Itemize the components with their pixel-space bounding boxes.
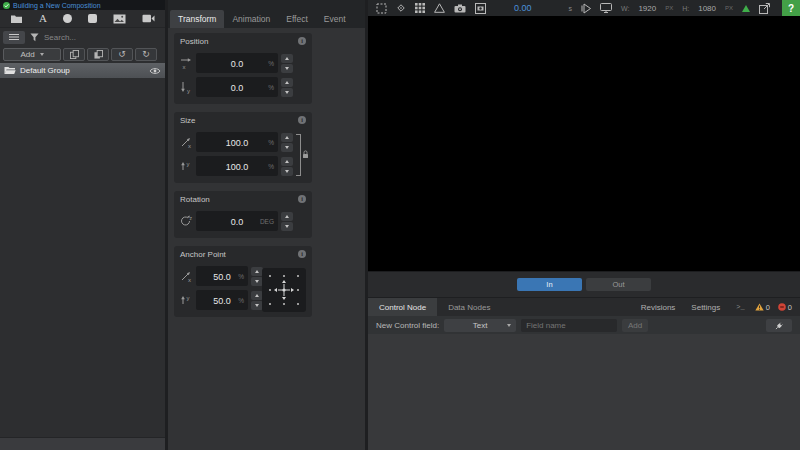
new-control-field-row: New Control field: Text Add xyxy=(368,316,800,334)
tab-animation[interactable]: Animation xyxy=(224,10,278,28)
rotation-z-field: DEG xyxy=(196,211,278,231)
triangle-icon[interactable] xyxy=(434,3,445,13)
diamond-icon[interactable] xyxy=(396,3,406,13)
image-tool-icon[interactable] xyxy=(113,14,126,24)
step-down-button[interactable] xyxy=(281,64,293,73)
field-name-input[interactable] xyxy=(521,319,617,332)
step-up-button[interactable] xyxy=(281,157,293,166)
anchor-x-unit: % xyxy=(238,273,244,280)
height-label: H: xyxy=(682,5,689,12)
step-up-button[interactable] xyxy=(281,78,293,87)
width-unit: PX xyxy=(665,5,673,11)
external-link-icon[interactable] xyxy=(759,3,770,14)
height-unit: PX xyxy=(725,5,733,11)
warning-icon xyxy=(755,303,764,311)
folder-icon[interactable] xyxy=(10,14,23,24)
x-axis-icon: x xyxy=(179,56,193,70)
size-x-input[interactable] xyxy=(196,133,278,153)
size-y-input[interactable] xyxy=(196,157,278,177)
preview-canvas[interactable] xyxy=(368,16,800,271)
position-x-field: % xyxy=(196,53,278,73)
composition-title[interactable]: Building a New Composition xyxy=(13,2,101,9)
field-type-dropdown[interactable]: Text xyxy=(444,319,516,332)
folder-open-icon xyxy=(4,66,16,75)
svg-text:x: x xyxy=(188,277,191,283)
in-button[interactable]: In xyxy=(517,278,582,291)
settings-link[interactable]: Settings xyxy=(691,298,720,316)
anchor-x-icon: x xyxy=(179,269,193,283)
rectangle-tool-icon[interactable] xyxy=(88,14,97,23)
info-icon[interactable]: i xyxy=(298,116,306,124)
camera-icon[interactable] xyxy=(454,4,466,13)
eye-icon[interactable] xyxy=(149,67,161,75)
anchor-x-field: % xyxy=(196,266,248,286)
redo-button[interactable]: ↻ xyxy=(135,48,157,61)
rotation-section: Rotation i z DEG xyxy=(174,191,312,238)
ellipse-tool-icon[interactable] xyxy=(63,14,72,23)
grid-icon[interactable] xyxy=(415,3,425,13)
step-down-button[interactable] xyxy=(281,143,293,152)
error-counter[interactable]: 0 xyxy=(778,298,792,316)
anchor-point-section: Anchor Point i x % xyxy=(174,246,312,317)
layer-search-row xyxy=(0,28,165,46)
out-button[interactable]: Out xyxy=(586,278,651,291)
video-tool-icon[interactable] xyxy=(142,14,155,23)
info-icon[interactable]: i xyxy=(298,195,306,203)
search-input[interactable] xyxy=(44,33,162,42)
revisions-link[interactable]: Revisions xyxy=(641,298,676,316)
step-down-button[interactable] xyxy=(281,88,293,97)
anchor-point-title: Anchor Point xyxy=(180,250,226,259)
warning-counter[interactable]: 0 xyxy=(755,298,770,316)
text-tool-icon[interactable]: A xyxy=(39,13,47,24)
tab-data-nodes[interactable]: Data Nodes xyxy=(437,298,501,316)
tab-control-node[interactable]: Control Node xyxy=(368,298,437,316)
composition-title-bar: Building a New Composition xyxy=(0,0,165,10)
position-y-input[interactable] xyxy=(196,78,278,98)
snapshot-icon[interactable] xyxy=(475,3,486,14)
monitor-icon[interactable] xyxy=(600,3,612,13)
node-panel-header: Control Node Data Nodes Revisions Settin… xyxy=(368,297,800,316)
playhead-time[interactable]: 0.00 xyxy=(514,3,532,13)
anchor-point-header: Anchor Point i xyxy=(174,246,312,262)
app-window: Building a New Composition A xyxy=(0,0,800,450)
selection-box-icon[interactable] xyxy=(376,3,387,14)
step-up-button[interactable] xyxy=(281,54,293,63)
svg-text:x: x xyxy=(188,143,191,149)
step-up-button[interactable] xyxy=(281,133,293,142)
filter-funnel-icon[interactable] xyxy=(30,33,39,42)
cursor-icon[interactable] xyxy=(581,3,591,14)
anchor-point-grid[interactable] xyxy=(262,268,306,312)
tab-event[interactable]: Event xyxy=(316,10,354,28)
info-icon[interactable]: i xyxy=(298,250,306,258)
step-down-button[interactable] xyxy=(281,167,293,176)
tab-transform[interactable]: Transform xyxy=(170,10,224,28)
add-field-button[interactable]: Add xyxy=(622,319,648,332)
position-x-input[interactable] xyxy=(196,54,278,74)
step-down-button[interactable] xyxy=(281,222,293,231)
copy-button[interactable] xyxy=(63,48,85,61)
info-icon[interactable]: i xyxy=(298,37,306,45)
transform-sections: Position i x % xyxy=(168,28,365,330)
position-title: Position xyxy=(180,37,208,46)
layer-list-icon[interactable] xyxy=(3,31,25,44)
undo-button[interactable]: ↺ xyxy=(111,48,133,61)
anchor-y-icon: y xyxy=(179,293,193,307)
size-y-unit: % xyxy=(268,163,274,170)
paste-button[interactable] xyxy=(87,48,109,61)
add-layer-button[interactable]: Add xyxy=(3,48,61,61)
plug-button[interactable] xyxy=(766,319,792,332)
layer-row-default-group[interactable]: Default Group xyxy=(0,63,165,78)
status-triangle-icon[interactable] xyxy=(742,5,750,12)
svg-text:z: z xyxy=(190,215,193,221)
step-up-button[interactable] xyxy=(281,212,293,221)
size-x-row: x % xyxy=(174,132,312,152)
rotation-z-unit: DEG xyxy=(260,218,274,225)
new-control-field-label: New Control field: xyxy=(376,321,439,330)
error-icon xyxy=(778,303,786,311)
lock-icon[interactable] xyxy=(302,150,309,159)
terminal-icon[interactable]: >_ xyxy=(736,298,744,316)
chevron-down-icon xyxy=(507,324,511,327)
tab-effect[interactable]: Effect xyxy=(278,10,316,28)
width-label: W: xyxy=(621,5,629,12)
help-button[interactable]: ? xyxy=(782,0,800,16)
